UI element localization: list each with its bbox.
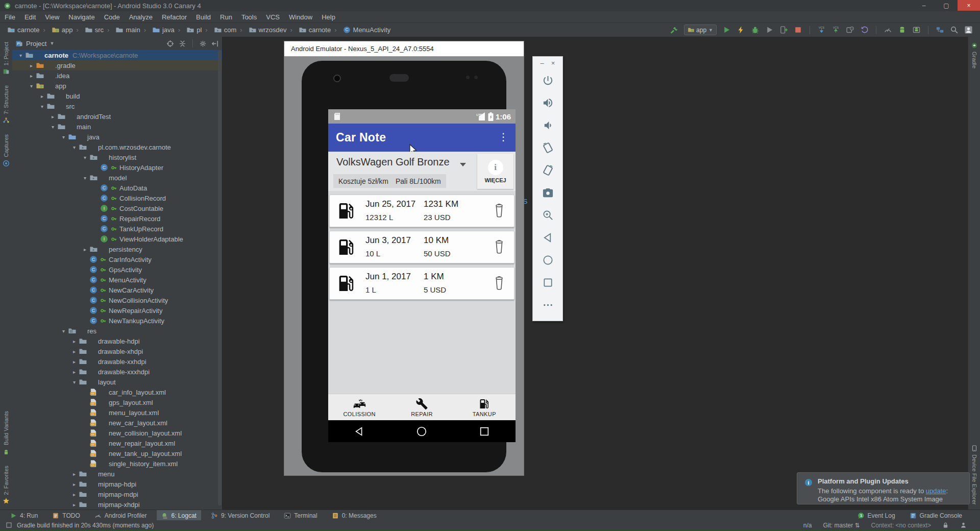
menu-item[interactable]: View xyxy=(40,11,64,22)
tree-expand-arrow-icon[interactable] xyxy=(70,492,79,497)
tree-row[interactable]: mipmap-mdpi xyxy=(12,489,222,499)
nav-back-button[interactable] xyxy=(328,420,390,442)
tree-row[interactable]: <> menu_layout.xml xyxy=(12,407,222,418)
tree-row[interactable]: drawable-hdpi xyxy=(12,336,222,346)
lock-icon[interactable] xyxy=(942,522,949,528)
vcs-up-icon[interactable]: VCS xyxy=(831,26,840,34)
tree-expand-arrow-icon[interactable] xyxy=(70,471,79,477)
tree-row[interactable]: C MenuActivity xyxy=(12,275,222,285)
project-panel-title[interactable]: Project xyxy=(26,40,46,47)
tree-row[interactable]: C AutoData xyxy=(12,183,222,193)
tree-expand-arrow-icon[interactable] xyxy=(81,247,89,252)
structfolder-icon[interactable] xyxy=(936,26,944,34)
settings-gear-icon[interactable] xyxy=(199,40,207,47)
menu-item[interactable]: Code xyxy=(100,11,125,22)
emulator-control-button[interactable] xyxy=(533,69,562,91)
menu-item[interactable]: Analyze xyxy=(125,11,157,22)
tool-stripe-button[interactable]: Build Variants xyxy=(3,406,10,460)
tree-row[interactable]: drawable-xxxhdpi xyxy=(12,367,222,377)
context-widget[interactable]: Context: <no context> xyxy=(871,522,931,529)
stop-icon[interactable] xyxy=(794,26,802,34)
emulator-control-button[interactable] xyxy=(533,226,562,249)
tree-row[interactable]: androidTest xyxy=(12,111,222,122)
run-config-dropdown[interactable]: app ▼ xyxy=(684,25,717,35)
breadcrumb-item[interactable]: com xyxy=(202,26,236,34)
tree-row[interactable]: C HistoryAdapter xyxy=(12,162,222,173)
vcs-down-icon[interactable]: VCS xyxy=(817,26,826,34)
changes-icon[interactable] xyxy=(846,26,854,34)
tree-row[interactable]: build xyxy=(12,91,222,101)
tool-stripe-button[interactable]: 7: Structure xyxy=(3,80,10,129)
tree-expand-arrow-icon[interactable] xyxy=(70,481,79,487)
tree-row[interactable]: .idea xyxy=(12,70,222,81)
tree-row[interactable]: <> new_collision_layout.xml xyxy=(12,428,222,438)
tool-window-tab[interactable]: TODO xyxy=(47,510,84,521)
gauge-icon[interactable] xyxy=(884,26,892,34)
emulator-control-button[interactable] xyxy=(533,91,562,114)
more-info-button[interactable]: i WIĘCEJ xyxy=(477,154,513,189)
breadcrumb-item[interactable]: wrzosdev xyxy=(236,26,286,34)
tree-expand-arrow-icon[interactable] xyxy=(70,349,79,354)
tree-row[interactable]: C NewCarActivity xyxy=(12,285,222,295)
maximize-button[interactable]: ▢ xyxy=(935,0,958,11)
tree-row[interactable]: C NewTankupActivity xyxy=(12,316,222,326)
close-button[interactable]: × xyxy=(958,0,980,11)
overflow-menu-icon[interactable]: ⋮ xyxy=(498,131,508,143)
breadcrumb-item[interactable]: C MenuActivity xyxy=(331,26,390,34)
lightning-icon[interactable] xyxy=(737,26,745,34)
menu-item[interactable]: Refactor xyxy=(157,11,191,22)
tool-window-tab[interactable]: 0: Messages xyxy=(327,510,381,521)
history-card[interactable]: Jun 3, 2017 10 L 10 KM 50 USD xyxy=(329,231,514,263)
tree-row[interactable]: <> new_repair_layout.xml xyxy=(12,438,222,448)
tree-row[interactable]: app xyxy=(12,81,222,91)
menu-item[interactable]: File xyxy=(0,11,20,22)
tree-expand-arrow-icon[interactable] xyxy=(38,93,46,99)
tree-row[interactable]: pl.com.wrzosdev.carnote xyxy=(12,142,222,152)
menu-item[interactable]: Build xyxy=(191,11,215,22)
tree-expand-arrow-icon[interactable] xyxy=(27,63,36,68)
attach-icon[interactable] xyxy=(779,26,788,34)
action-tab[interactable]: COLISSION xyxy=(328,394,390,421)
avd-icon[interactable] xyxy=(898,26,906,34)
tree-expand-arrow-icon[interactable] xyxy=(70,379,79,385)
collapse-all-icon[interactable] xyxy=(179,40,186,47)
user-icon[interactable] xyxy=(960,522,967,528)
tree-expand-arrow-icon[interactable] xyxy=(70,369,79,375)
tree-row[interactable]: C NewRepairActivity xyxy=(12,305,222,316)
tree-row[interactable]: mipmap-hdpi xyxy=(12,479,222,489)
tree-row[interactable]: layout xyxy=(12,377,222,387)
tree-expand-arrow-icon[interactable] xyxy=(70,144,79,150)
emulator-control-button[interactable] xyxy=(533,159,562,181)
breadcrumb-item[interactable]: java xyxy=(140,26,175,34)
emulator-control-button[interactable] xyxy=(533,181,562,204)
tool-window-tab[interactable]: 6: Logcat xyxy=(157,510,201,521)
action-tab[interactable]: TANKUP xyxy=(453,394,516,421)
search-icon[interactable] xyxy=(950,26,959,34)
tree-row[interactable]: carnote C:\Workspace\carnote xyxy=(12,50,222,60)
tool-window-tab[interactable]: Gradle Console xyxy=(905,510,967,521)
update-link[interactable]: update xyxy=(926,487,946,495)
car-name-dropdown[interactable]: VolksWagen Golf Bronze xyxy=(336,156,450,168)
tool-stripe-button[interactable]: Captures xyxy=(3,129,10,172)
tree-row[interactable]: <> single_history_item.xml xyxy=(12,458,222,469)
notification-balloon[interactable]: i Platform and Plugin Updates The follow… xyxy=(797,472,970,504)
emulator-control-button[interactable] xyxy=(533,204,562,226)
tree-expand-arrow-icon[interactable] xyxy=(70,502,79,508)
tree-row[interactable]: src xyxy=(12,101,222,111)
tree-expand-arrow-icon[interactable] xyxy=(27,73,36,79)
nav-overview-button[interactable] xyxy=(453,420,516,442)
hide-panel-icon[interactable] xyxy=(211,40,219,47)
tree-row[interactable]: persistency xyxy=(12,244,222,254)
git-branch-widget[interactable]: Git: master ⇅ xyxy=(823,522,860,529)
tool-window-tab[interactable]: Android Profiler xyxy=(90,510,152,521)
tree-row[interactable]: model xyxy=(12,173,222,183)
tree-row[interactable]: C RepairRecord xyxy=(12,213,222,224)
tree-row[interactable]: res xyxy=(12,326,222,336)
tool-window-tab[interactable]: 1 Event Log xyxy=(853,510,900,521)
breadcrumb-item[interactable]: app xyxy=(39,26,72,34)
breadcrumb-item[interactable]: src xyxy=(72,26,104,34)
tool-stripe-button[interactable]: Device File Explorer xyxy=(971,440,978,510)
tree-expand-arrow-icon[interactable] xyxy=(70,359,79,365)
tree-expand-arrow-icon[interactable] xyxy=(27,83,36,89)
tree-expand-arrow-icon[interactable] xyxy=(81,155,89,160)
